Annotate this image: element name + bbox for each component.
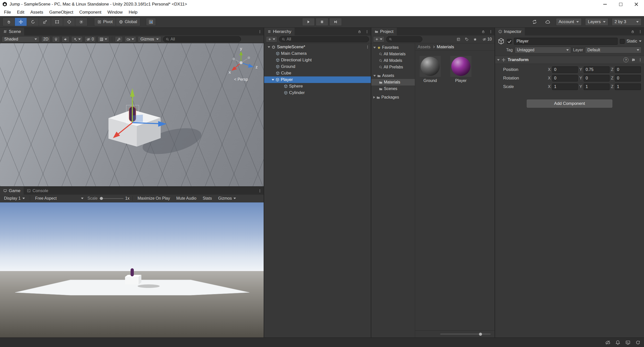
- scale-z-field[interactable]: [615, 83, 641, 90]
- menu-file[interactable]: File: [1, 9, 14, 16]
- game-gizmos-dropdown[interactable]: Gizmos: [216, 195, 238, 201]
- custom-tool-button[interactable]: [75, 18, 87, 26]
- hierarchy-create-button[interactable]: [266, 36, 277, 42]
- cloud-button[interactable]: [543, 18, 552, 26]
- foldout-open-icon[interactable]: [373, 47, 376, 49]
- favorite-all-materials[interactable]: All Materials: [371, 51, 415, 57]
- collab-button[interactable]: [530, 18, 539, 26]
- hierarchy-search[interactable]: [279, 36, 369, 42]
- tab-game[interactable]: Game: [0, 187, 24, 195]
- menu-window[interactable]: Window: [104, 9, 126, 16]
- search-by-label-button[interactable]: [465, 37, 471, 41]
- scene-search[interactable]: [163, 36, 241, 42]
- foldout-open-icon[interactable]: [272, 79, 274, 81]
- move-tool-button[interactable]: [15, 18, 27, 26]
- menu-gameobject[interactable]: GameObject: [46, 9, 76, 16]
- assets-root[interactable]: Assets: [371, 72, 415, 79]
- scene-audio-toggle[interactable]: [62, 36, 69, 42]
- hierarchy-row-cube[interactable]: Cube: [264, 70, 371, 76]
- cloud-status-icon[interactable]: [605, 340, 610, 345]
- foldout-open-icon[interactable]: [268, 46, 270, 48]
- layer-dropdown[interactable]: Default: [585, 47, 641, 53]
- global-toggle[interactable]: Global: [116, 18, 140, 26]
- game-menu-button[interactable]: [256, 187, 264, 195]
- menu-component[interactable]: Component: [76, 9, 104, 16]
- hierarchy-row-cylinder[interactable]: Cylinder: [264, 90, 371, 96]
- scene-viewport[interactable]: y x z < Persp: [0, 43, 264, 186]
- save-search-button[interactable]: [473, 37, 480, 41]
- orientation-gizmo[interactable]: y x z: [229, 46, 258, 75]
- scale-y-field[interactable]: [584, 83, 610, 90]
- asset-player[interactable]: Player: [449, 56, 472, 83]
- static-control[interactable]: Static: [620, 39, 641, 44]
- activity-progress-icon[interactable]: [635, 340, 640, 345]
- menu-assets[interactable]: Assets: [27, 9, 46, 16]
- game-viewport[interactable]: [0, 202, 264, 337]
- perspective-label[interactable]: < Persp: [234, 77, 248, 81]
- project-search[interactable]: [386, 36, 422, 42]
- hierarchy-row-main-camera[interactable]: Main Camera: [264, 50, 371, 57]
- kebab-icon[interactable]: [638, 58, 642, 62]
- tab-scene[interactable]: Scene: [0, 28, 24, 35]
- static-checkbox[interactable]: [620, 39, 625, 44]
- favorite-all-models[interactable]: All Models: [371, 57, 415, 64]
- scene-menu-button[interactable]: [256, 28, 264, 35]
- asset-ground[interactable]: Ground: [419, 56, 442, 83]
- scale-slider-handle[interactable]: [100, 197, 103, 200]
- gizmo-plane-handle[interactable]: [132, 115, 143, 123]
- menu-help[interactable]: Help: [126, 9, 141, 16]
- project-create-button[interactable]: [373, 36, 384, 42]
- layout-dropdown[interactable]: 2 by 3: [612, 18, 641, 26]
- pause-button[interactable]: [316, 18, 328, 26]
- rotation-y-field[interactable]: [584, 75, 610, 81]
- position-x-field[interactable]: [552, 66, 578, 73]
- rect-tool-button[interactable]: [51, 18, 63, 26]
- play-button[interactable]: [302, 18, 315, 26]
- scale-tool-button[interactable]: [39, 18, 51, 26]
- transform-component-header[interactable]: Transform ?: [495, 56, 644, 64]
- transform-combined-tool-button[interactable]: [63, 18, 75, 26]
- help-icon[interactable]: ?: [623, 57, 628, 62]
- inspector-menu-button[interactable]: [636, 28, 644, 35]
- kebab-icon[interactable]: [366, 45, 369, 49]
- close-button[interactable]: [628, 0, 644, 9]
- hierarchy-row-player-selected[interactable]: Player: [264, 76, 371, 83]
- breadcrumb-assets[interactable]: Assets: [418, 45, 430, 50]
- tab-inspector[interactable]: Inspector: [495, 28, 525, 35]
- pivot-toggle[interactable]: Pivot: [94, 18, 116, 26]
- maximize-button[interactable]: [613, 0, 628, 9]
- scene-camera-dropdown[interactable]: [125, 36, 136, 42]
- project-search-input[interactable]: [393, 37, 420, 41]
- hand-tool-button[interactable]: [3, 18, 15, 26]
- grid-snapping-button[interactable]: [146, 18, 156, 26]
- search-by-type-button[interactable]: [457, 37, 463, 41]
- rotate-tool-button[interactable]: [27, 18, 39, 26]
- scene-visibility-toggle[interactable]: 0: [85, 36, 96, 42]
- stats-toggle[interactable]: Stats: [200, 195, 214, 201]
- step-button[interactable]: [329, 18, 342, 26]
- hierarchy-row-ground[interactable]: Ground: [264, 63, 371, 70]
- add-component-button[interactable]: Add Component: [527, 100, 612, 108]
- breadcrumb-current[interactable]: Materials: [437, 45, 454, 50]
- notification-bell-icon[interactable]: [615, 340, 620, 345]
- hidden-items-button[interactable]: 10: [481, 36, 493, 42]
- hierarchy-lock-button[interactable]: [356, 28, 363, 35]
- scene-gizmos-dropdown[interactable]: Gizmos: [138, 36, 161, 42]
- layers-dropdown[interactable]: Layers: [585, 18, 608, 26]
- menu-edit[interactable]: Edit: [14, 9, 27, 16]
- scene-search-input[interactable]: [171, 37, 238, 41]
- position-y-field[interactable]: [584, 66, 610, 73]
- scene-lighting-toggle[interactable]: [52, 36, 60, 42]
- rotation-x-field[interactable]: [552, 75, 578, 81]
- hierarchy-row-scene[interactable]: SampleScene*: [264, 44, 371, 50]
- folder-scenes[interactable]: Scenes: [371, 85, 415, 92]
- gameobject-name-field[interactable]: [514, 38, 618, 45]
- inspector-lock-button[interactable]: [629, 28, 636, 35]
- console-status-icon[interactable]: [625, 340, 630, 345]
- favorite-all-prefabs[interactable]: All Prefabs: [371, 64, 415, 70]
- active-checkbox[interactable]: [507, 39, 512, 44]
- scale-x-field[interactable]: [552, 83, 578, 90]
- project-lock-button[interactable]: [479, 28, 487, 35]
- scene-grid-dropdown[interactable]: [98, 36, 109, 42]
- folder-materials-selected[interactable]: Materials: [371, 79, 415, 85]
